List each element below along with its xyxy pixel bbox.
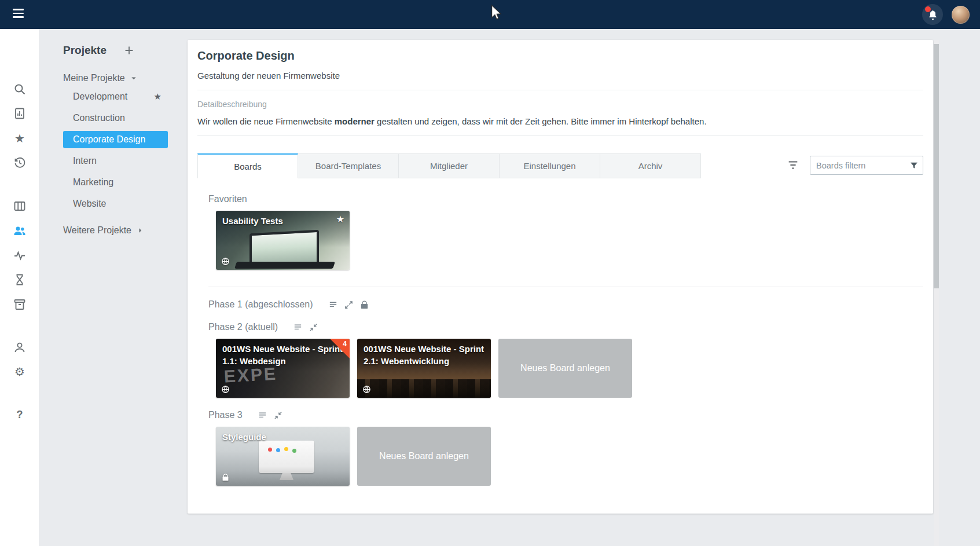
projects-title: Projekte bbox=[63, 44, 107, 57]
topbar-right bbox=[922, 0, 970, 29]
board-card-styleguide[interactable]: Styleguide bbox=[216, 427, 350, 486]
collapse-icon[interactable] bbox=[273, 411, 283, 420]
project-label: Construction bbox=[73, 113, 125, 123]
tab-mitglieder[interactable]: Mitglieder bbox=[399, 153, 500, 178]
divider bbox=[197, 135, 923, 136]
tab-board-templates[interactable]: Board-Templates bbox=[298, 153, 399, 178]
tab-bar: Boards Board-Templates Mitglieder Einste… bbox=[197, 153, 923, 178]
project-item-intern[interactable]: Intern bbox=[63, 152, 168, 170]
badge-count: 4 bbox=[343, 340, 347, 348]
lock-icon bbox=[359, 300, 369, 310]
project-item-corporate-design[interactable]: Corporate Design bbox=[63, 131, 168, 148]
project-label: Website bbox=[73, 199, 107, 208]
globe-icon bbox=[362, 385, 371, 394]
scrollbar-thumb[interactable] bbox=[934, 44, 939, 288]
notes-icon[interactable] bbox=[328, 300, 338, 310]
new-board-button[interactable]: Neues Board anlegen bbox=[357, 427, 491, 486]
menu-icon[interactable] bbox=[13, 9, 25, 20]
filter-list-icon[interactable] bbox=[786, 158, 801, 173]
notification-badge bbox=[925, 6, 931, 12]
project-label: Corporate Design bbox=[73, 134, 145, 144]
detail-text: Wir wollen die neue Firmenwebsite modern… bbox=[197, 116, 923, 126]
scrollbar[interactable] bbox=[934, 40, 939, 546]
new-board-label: Neues Board anlegen bbox=[379, 451, 469, 461]
board-card-usability-tests[interactable]: Usability Tests ★ bbox=[216, 211, 350, 270]
main-panel: Corporate Design Gestaltung der neuen Fi… bbox=[188, 40, 933, 514]
photo-overlay-text: EXPE bbox=[223, 364, 278, 387]
notes-icon[interactable] bbox=[293, 323, 303, 332]
star-icon: ★ bbox=[154, 88, 162, 105]
chevron-down-icon bbox=[129, 73, 139, 83]
section-phase-2: Phase 2 (aktuell) EXPE 001WS Neue Websit… bbox=[208, 322, 923, 398]
gear-icon[interactable]: ⚙ bbox=[13, 365, 27, 379]
section-phase-1: Phase 1 (abgeschlossen) bbox=[208, 299, 923, 310]
color-dots-decoration bbox=[268, 448, 272, 452]
filter-box bbox=[810, 156, 923, 175]
notes-icon[interactable] bbox=[258, 411, 267, 420]
hourglass-icon[interactable] bbox=[13, 273, 27, 287]
board-card-sprint-1-1[interactable]: EXPE 001WS Neue Website - Sprint 1.1: We… bbox=[216, 339, 350, 398]
icon-sidebar: ★ ⚙ ? bbox=[0, 29, 40, 546]
globe-icon bbox=[221, 257, 230, 266]
section-title-phase-2: Phase 2 (aktuell) bbox=[208, 322, 278, 332]
board-title: 001WS Neue Website - Sprint 2.1: Webentw… bbox=[357, 339, 491, 367]
filter-funnel-icon[interactable] bbox=[909, 161, 919, 170]
boards-filter-input[interactable] bbox=[810, 156, 923, 174]
star-icon[interactable]: ★ bbox=[13, 131, 27, 145]
new-board-button[interactable]: Neues Board anlegen bbox=[498, 339, 632, 398]
globe-icon bbox=[221, 385, 230, 394]
project-item-marketing[interactable]: Marketing bbox=[63, 174, 168, 191]
tab-archiv[interactable]: Archiv bbox=[600, 153, 701, 178]
avatar[interactable] bbox=[952, 6, 970, 24]
topbar bbox=[0, 0, 980, 29]
new-board-label: Neues Board anlegen bbox=[520, 363, 610, 373]
favorite-star-icon[interactable]: ★ bbox=[336, 214, 344, 225]
activity-icon[interactable] bbox=[13, 248, 27, 262]
archive-icon[interactable] bbox=[13, 298, 27, 312]
plus-icon bbox=[123, 44, 135, 57]
board-card-sprint-2-1[interactable]: 001WS Neue Website - Sprint 2.1: Webentw… bbox=[357, 339, 491, 398]
project-item-website[interactable]: Website bbox=[63, 195, 168, 212]
add-project-button[interactable] bbox=[123, 44, 135, 57]
lock-icon bbox=[221, 473, 230, 482]
divider bbox=[208, 287, 923, 287]
project-item-construction[interactable]: Construction bbox=[63, 109, 168, 127]
detail-label: Detailbeschreibung bbox=[197, 100, 923, 109]
person-icon[interactable] bbox=[13, 340, 27, 354]
section-title-phase-3: Phase 3 bbox=[208, 410, 243, 420]
notifications-button[interactable] bbox=[922, 4, 943, 25]
section-title-favoriten: Favoriten bbox=[208, 194, 923, 204]
board-title: Usability Tests bbox=[216, 211, 350, 228]
app-root: ★ ⚙ ? Projekte bbox=[0, 0, 980, 546]
collapse-icon[interactable] bbox=[309, 323, 318, 332]
help-icon[interactable]: ? bbox=[13, 408, 27, 422]
project-label: Marketing bbox=[73, 177, 113, 187]
group-weitere-projekte[interactable]: Weitere Projekte bbox=[63, 225, 190, 236]
board-columns-icon[interactable] bbox=[13, 199, 27, 213]
project-label: Intern bbox=[73, 156, 97, 166]
mouse-cursor bbox=[488, 4, 503, 23]
search-icon[interactable] bbox=[13, 82, 27, 96]
page-title: Corporate Design bbox=[197, 49, 923, 63]
expand-icon[interactable] bbox=[344, 300, 354, 310]
project-subtitle: Gestaltung der neuen Firmenwebsite bbox=[197, 71, 923, 80]
tab-einstellungen[interactable]: Einstellungen bbox=[500, 153, 600, 178]
group-label: Meine Projekte bbox=[63, 73, 125, 83]
report-icon[interactable] bbox=[13, 107, 27, 120]
group-label: Weitere Projekte bbox=[63, 225, 131, 236]
team-icon[interactable] bbox=[13, 223, 27, 237]
chevron-right-icon bbox=[135, 225, 145, 236]
section-favoriten: Favoriten Usability Tests ★ bbox=[208, 194, 923, 287]
section-phase-3: Phase 3 Styleguide Neues Board anlegen bbox=[208, 410, 923, 486]
group-meine-projekte[interactable]: Meine Projekte bbox=[63, 73, 190, 83]
board-title: Styleguide bbox=[216, 427, 350, 444]
history-icon[interactable] bbox=[13, 156, 27, 170]
divider bbox=[197, 90, 923, 90]
projects-panel: Projekte Meine Projekte Development ★ Co… bbox=[39, 29, 190, 236]
project-list: Development ★ Construction Corporate Des… bbox=[63, 88, 168, 212]
project-label: Development bbox=[73, 91, 127, 101]
tab-boards[interactable]: Boards bbox=[197, 153, 298, 178]
project-item-development[interactable]: Development ★ bbox=[63, 88, 168, 105]
section-title-phase-1: Phase 1 (abgeschlossen) bbox=[208, 299, 313, 310]
